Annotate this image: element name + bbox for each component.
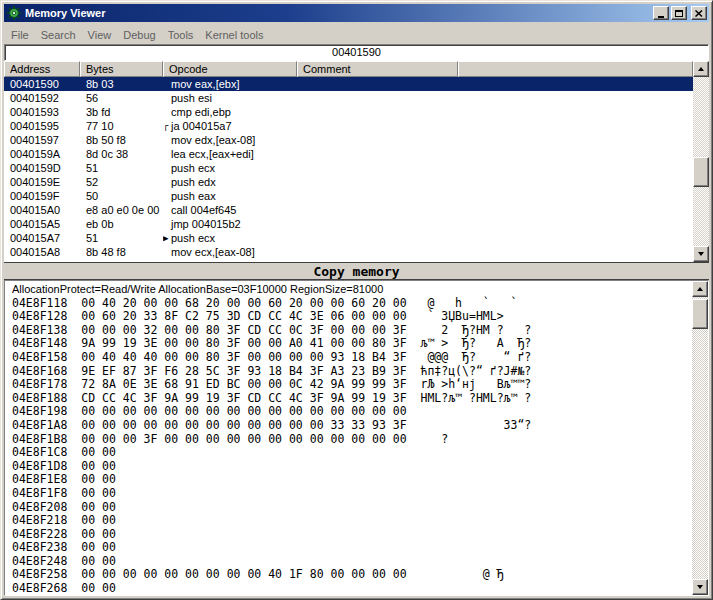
disasm-row[interactable]: 0040159256push esi [4, 91, 693, 105]
disasm-bytes: 8b 50 f8 [80, 133, 163, 147]
disasm-row[interactable]: 004015933b fdcmp edi,ebp [4, 105, 693, 119]
menu-item-file[interactable]: File [5, 27, 35, 43]
arrow-down-icon [698, 252, 704, 256]
disasm-comment [297, 175, 458, 189]
dump-lines: 04E8F118 00 40 20 00 00 68 20 00 00 60 2… [12, 297, 692, 595]
memory-dump-pane: AllocationProtect=Read/Write AllocationB… [4, 280, 709, 596]
disasm-comment [297, 161, 458, 175]
dump-line: 04E8F258 00 00 00 00 00 00 00 00 00 40 1… [12, 568, 692, 582]
disasm-opcode-cell: mov edx,[eax-08] [163, 133, 297, 147]
disasm-opcode: push ecx [171, 161, 215, 175]
disasm-comment [297, 217, 458, 231]
close-button[interactable] [691, 6, 707, 20]
disasm-opcode-cell: jmp 004015b2 [163, 217, 297, 231]
disasm-bytes: 8b 03 [80, 77, 163, 91]
disasm-row[interactable]: 004015978b 50 f8mov edx,[eax-08] [4, 133, 693, 147]
title-bar[interactable]: Memory Viewer [4, 4, 709, 22]
column-header-opcode[interactable]: Opcode [163, 61, 297, 77]
dump-line: 04E8F188 CD CC 4C 3F 9A 99 19 3F CD CC 4… [12, 392, 692, 406]
dump-scrollbar[interactable] [692, 281, 708, 595]
scroll-up-button[interactable] [692, 281, 708, 297]
jump-marker-icon [163, 217, 171, 231]
disasm-row[interactable]: 0040159D51push ecx [4, 161, 693, 175]
disasm-opcode: ja 004015a7 [171, 119, 232, 133]
disasm-address: 00401597 [4, 133, 80, 147]
minimize-button[interactable] [653, 6, 669, 20]
disasm-bytes: 8b 48 f8 [80, 245, 163, 259]
app-icon[interactable] [6, 6, 22, 20]
disasm-bytes: e8 a0 e0 0e 00 [80, 203, 163, 217]
disasm-address: 004015A8 [4, 245, 80, 259]
disasm-opcode-cell: ┌ja 004015a7 [163, 119, 297, 133]
disasm-address: 004015A0 [4, 203, 80, 217]
scroll-down-button[interactable] [692, 579, 708, 595]
dump-line: 04E8F218 00 00 [12, 514, 692, 528]
scroll-down-button[interactable] [693, 246, 709, 262]
disasm-comment [297, 105, 458, 119]
jump-marker-icon [163, 105, 171, 119]
jump-marker-icon [163, 189, 171, 203]
disasm-row[interactable]: 0040159577 10┌ja 004015a7 [4, 119, 693, 133]
disasm-row[interactable]: 004015A5eb 0bjmp 004015b2 [4, 217, 693, 231]
scrollbar-track[interactable] [692, 297, 708, 579]
disassembly-scrollbar[interactable] [693, 61, 709, 262]
menu-item-tools[interactable]: Tools [162, 27, 200, 43]
disasm-row[interactable]: 0040159F50push eax [4, 189, 693, 203]
dump-line: 04E8F148 9A 99 19 3E 00 00 80 3F 00 00 A… [12, 337, 692, 351]
column-header-comment[interactable]: Comment [297, 61, 458, 77]
disasm-bytes: 51 [80, 231, 163, 245]
disasm-opcode: push esi [171, 91, 212, 105]
column-header-address[interactable]: Address [4, 61, 80, 77]
disasm-address: 004015A7 [4, 231, 80, 245]
dump-line: 04E8F248 00 00 [12, 555, 692, 569]
disasm-bytes: 52 [80, 175, 163, 189]
memory-dump-content[interactable]: AllocationProtect=Read/Write AllocationB… [5, 281, 692, 595]
disasm-opcode: jmp 004015b2 [171, 217, 241, 231]
disasm-opcode-cell: push ecx [163, 161, 297, 175]
arrow-up-icon [697, 287, 703, 291]
scrollbar-thumb[interactable] [692, 299, 708, 329]
dump-line: 04E8F1E8 00 00 [12, 473, 692, 487]
dump-line: 04E8F168 9E EF 87 3F F6 28 5C 3F 93 18 B… [12, 365, 692, 379]
arrow-up-icon [698, 67, 704, 71]
maximize-icon [675, 10, 683, 17]
arrow-down-icon [697, 585, 703, 589]
menu-item-debug[interactable]: Debug [117, 27, 161, 43]
scrollbar-thumb[interactable] [693, 157, 709, 187]
jump-marker-icon [163, 175, 171, 189]
jump-marker-icon: ┌ [163, 119, 171, 133]
disasm-row[interactable]: 004015908b 03mov eax,[ebx] [4, 77, 693, 91]
memory-viewer-window: Memory Viewer File Search View Debug Too… [0, 0, 713, 600]
disasm-bytes: 77 10 [80, 119, 163, 133]
disasm-address: 00401595 [4, 119, 80, 133]
disasm-comment [297, 133, 458, 147]
scroll-up-button[interactable] [693, 61, 709, 77]
menu-item-search[interactable]: Search [35, 27, 82, 43]
column-header-bytes[interactable]: Bytes [80, 61, 163, 77]
menu-item-kernel-tools[interactable]: Kernel tools [199, 27, 269, 43]
menu-item-view[interactable]: View [82, 27, 118, 43]
dump-line: 04E8F198 00 00 00 00 00 00 00 00 00 00 0… [12, 405, 692, 419]
close-icon [695, 10, 703, 17]
disasm-comment [297, 189, 458, 203]
dump-line: 04E8F1F8 00 00 [12, 487, 692, 501]
dump-line: 04E8F1B8 00 00 00 3F 00 00 00 00 00 00 0… [12, 433, 692, 447]
disasm-row[interactable]: 004015A88b 48 f8mov ecx,[eax-08] [4, 245, 693, 259]
disasm-opcode-cell: ▶push ecx [163, 231, 297, 245]
scrollbar-track[interactable] [693, 77, 709, 246]
disasm-opcode-cell: cmp edi,ebp [163, 105, 297, 119]
disasm-opcode-cell: push eax [163, 189, 297, 203]
disasm-opcode-cell: call 004ef645 [163, 203, 297, 217]
dump-line: 04E8F1C8 00 00 [12, 446, 692, 460]
disassembly-pane: Address Bytes Opcode Comment 004015908b … [4, 61, 709, 263]
maximize-button[interactable] [671, 6, 687, 20]
disassembly-header: Address Bytes Opcode Comment [4, 61, 693, 77]
dump-line: 04E8F1D8 00 00 [12, 460, 692, 474]
disasm-row[interactable]: 0040159E52push edx [4, 175, 693, 189]
disasm-opcode-cell: mov eax,[ebx] [163, 77, 297, 91]
disasm-row[interactable]: 0040159A8d 0c 38lea ecx,[eax+edi] [4, 147, 693, 161]
disasm-row[interactable]: 004015A0e8 a0 e0 0e 00call 004ef645 [4, 203, 693, 217]
address-input[interactable]: 00401590 [4, 44, 709, 61]
copy-memory-button[interactable]: Copy memory [4, 263, 709, 280]
disasm-row[interactable]: 004015A751▶push ecx [4, 231, 693, 245]
